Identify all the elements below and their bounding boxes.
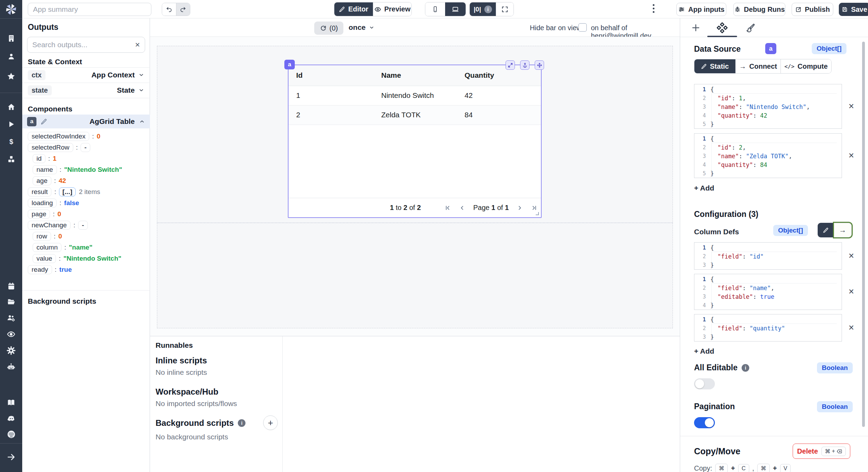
- tree-row[interactable]: ready:true: [28, 264, 72, 275]
- column-header[interactable]: Id: [296, 71, 303, 79]
- column-header[interactable]: Name: [381, 71, 401, 79]
- search-outputs-input[interactable]: [32, 41, 135, 49]
- remove-column-def-button[interactable]: ×: [846, 251, 856, 261]
- column-header[interactable]: Quantity: [465, 71, 494, 79]
- pagination-toggle[interactable]: [694, 417, 715, 428]
- tree-row[interactable]: name:"Nintendo Switch": [33, 165, 122, 175]
- publish-button[interactable]: Publish: [792, 3, 833, 16]
- fullscreen-button[interactable]: [496, 2, 514, 16]
- delete-component-button[interactable]: Delete ⌘+: [793, 444, 850, 459]
- rail-item-settings[interactable]: [0, 343, 22, 358]
- rail-item-home[interactable]: [0, 99, 22, 115]
- data-source-json-editor[interactable]: 1{2 "id": 1,3 "name": "Nintendo Switch",…: [694, 84, 842, 129]
- rail-item-schedules[interactable]: [0, 278, 22, 294]
- component-id-tag[interactable]: a: [284, 60, 295, 69]
- tab-static[interactable]: Static: [694, 59, 735, 73]
- tree-row[interactable]: value:"Nintendo Switch": [33, 253, 122, 263]
- resize-handle[interactable]: [536, 212, 539, 215]
- tab-connect[interactable]: → Connect: [735, 59, 781, 73]
- state-row[interactable]: state State: [22, 83, 150, 98]
- table-row[interactable]: 1 Nintendo Switch 42: [289, 86, 541, 106]
- mobile-view-button[interactable]: [425, 2, 445, 16]
- tab-insert-component[interactable]: [691, 23, 701, 33]
- remove-row-button[interactable]: ×: [846, 101, 856, 111]
- preview-label: Preview: [384, 5, 411, 13]
- tree-row[interactable]: result:[...]2 items: [28, 187, 100, 197]
- all-editable-toggle[interactable]: [694, 378, 715, 389]
- tree-row[interactable]: age:42: [33, 176, 66, 186]
- remove-column-def-button[interactable]: ×: [846, 323, 856, 332]
- clear-search-icon[interactable]: ×: [135, 40, 140, 50]
- app-canvas[interactable]: a Id Name Quantity 1 Nintendo Switch 42: [150, 37, 680, 336]
- rail-item-docs[interactable]: [0, 395, 22, 410]
- app-inputs-button[interactable]: App inputs: [676, 3, 726, 16]
- column-def-json-editor[interactable]: 1{2 "field": "id"3}: [694, 242, 842, 270]
- rail-item-folders[interactable]: [0, 294, 22, 309]
- type-badge-boolean[interactable]: Boolean: [817, 401, 853, 412]
- tree-value[interactable]: [...]: [59, 187, 76, 196]
- table-row[interactable]: 2 Zelda TOTK 84: [289, 106, 541, 125]
- rail-item-ai[interactable]: [0, 359, 22, 374]
- tree-row[interactable]: page:0: [28, 209, 61, 219]
- type-badge-object-array[interactable]: Object[]: [812, 43, 846, 54]
- component-move-button[interactable]: [535, 60, 544, 70]
- tab-theme-styling[interactable]: [745, 23, 756, 33]
- hide-bar-checkbox[interactable]: [578, 23, 587, 32]
- type-badge-object-array[interactable]: Object[]: [773, 225, 808, 236]
- rail-item-groups[interactable]: [0, 310, 22, 326]
- rail-item-discord[interactable]: [0, 411, 22, 426]
- redo-button[interactable]: [176, 3, 190, 16]
- add-column-def-button[interactable]: + Add: [694, 347, 714, 355]
- app-summary-input[interactable]: [28, 3, 151, 16]
- rail-item-workspace[interactable]: [0, 31, 22, 46]
- tree-row[interactable]: selectedRow:-: [28, 142, 90, 152]
- edit-mode-button[interactable]: [818, 223, 834, 237]
- last-page-icon[interactable]: [531, 204, 538, 211]
- component-anchor-button[interactable]: [520, 60, 529, 70]
- panel-scrollbar[interactable]: [862, 42, 865, 427]
- undo-button[interactable]: [162, 3, 176, 16]
- remove-row-button[interactable]: ×: [846, 151, 856, 160]
- rail-item-resources[interactable]: [0, 151, 22, 167]
- tab-editor[interactable]: Editor: [334, 2, 373, 16]
- component-header-row[interactable]: a AgGrid Table: [22, 115, 150, 128]
- debug-runs-button[interactable]: Debug Runs: [733, 3, 785, 16]
- refresh-components-button[interactable]: (0): [314, 22, 343, 35]
- tree-row[interactable]: row:0: [33, 231, 62, 241]
- rail-item-favorites[interactable]: [0, 69, 22, 84]
- save-button[interactable]: Save: [839, 3, 868, 16]
- ctx-row[interactable]: ctx App Context: [22, 67, 150, 83]
- refresh-mode-dropdown[interactable]: once: [349, 23, 375, 32]
- aggrid-table-component[interactable]: a Id Name Quantity 1 Nintendo Switch 42: [288, 65, 542, 218]
- rail-item-runs[interactable]: [0, 117, 22, 132]
- add-background-script-button[interactable]: +: [263, 415, 278, 430]
- tree-row[interactable]: id:1: [33, 153, 57, 163]
- windmill-logo[interactable]: [0, 2, 22, 17]
- first-page-icon[interactable]: [444, 204, 451, 211]
- kebab-menu[interactable]: [653, 4, 654, 13]
- component-expand-button[interactable]: [506, 60, 515, 70]
- tab-compute[interactable]: </> Compute: [781, 59, 831, 73]
- tab-preview[interactable]: Preview: [373, 2, 411, 16]
- tree-row[interactable]: selectedRowIndex:0: [28, 131, 100, 141]
- tree-row[interactable]: loading:false: [28, 198, 79, 208]
- json-payload-button[interactable]: |0| i: [470, 2, 496, 16]
- next-page-icon[interactable]: [516, 204, 523, 211]
- tree-row[interactable]: column:"name": [33, 242, 92, 252]
- connect-mode-button[interactable]: →: [834, 223, 852, 237]
- rail-expand-sidebar[interactable]: [0, 449, 22, 465]
- remove-column-def-button[interactable]: ×: [846, 287, 856, 296]
- column-def-json-editor[interactable]: 1{2 "field": "quantity"3}: [694, 314, 842, 342]
- add-data-row-button[interactable]: + Add: [694, 184, 714, 192]
- data-source-json-editor[interactable]: 1{2 "id": 2,3 "name": "Zelda TOTK",4 "qu…: [694, 133, 842, 178]
- desktop-view-button[interactable]: [445, 2, 466, 16]
- tab-component-settings[interactable]: [716, 22, 728, 34]
- rail-item-github[interactable]: [0, 427, 22, 442]
- prev-page-icon[interactable]: [459, 204, 466, 211]
- rail-item-user[interactable]: [0, 49, 22, 64]
- column-def-json-editor[interactable]: 1{2 "field": "name",3 "editable": true4}: [694, 274, 842, 310]
- type-badge-boolean[interactable]: Boolean: [817, 362, 853, 373]
- tree-row[interactable]: newChange:-: [28, 220, 88, 230]
- rail-item-usage[interactable]: $: [0, 134, 22, 149]
- rail-item-audit-logs[interactable]: [0, 327, 22, 342]
